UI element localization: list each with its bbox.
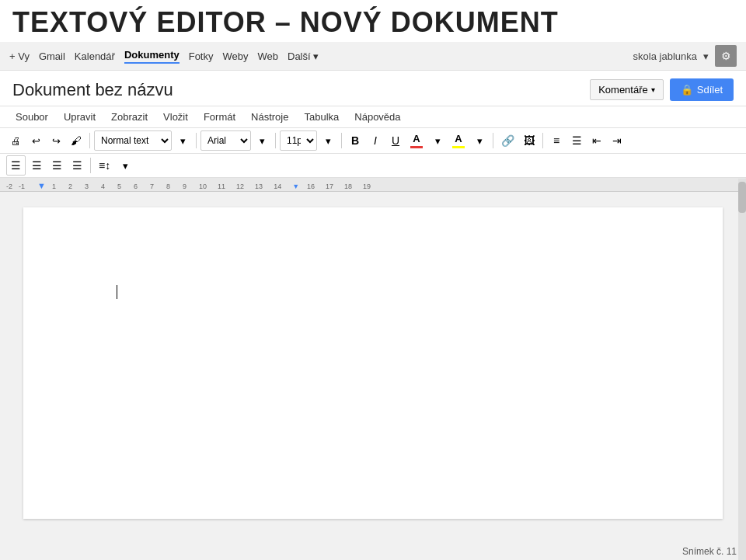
- bottom-bar: Snímek č. 11: [673, 543, 746, 560]
- lock-icon: 🔒: [681, 84, 693, 96]
- editor-area: [0, 192, 746, 534]
- line-spacing-button[interactable]: ≡↕: [95, 155, 114, 176]
- numbered-list-button[interactable]: ≡: [547, 130, 566, 151]
- decrease-indent-button[interactable]: ⇤: [587, 130, 606, 151]
- document-page[interactable]: [23, 207, 723, 519]
- menu-bar: Soubor Upravit Zobrazit Vložit Formát Ná…: [0, 106, 746, 128]
- toolbar-separator-1: [89, 133, 90, 148]
- font-dropdown-icon[interactable]: ▾: [253, 130, 271, 151]
- underline-button[interactable]: U: [386, 130, 405, 151]
- undo-button[interactable]: ↩: [26, 130, 45, 151]
- nav-fotky[interactable]: Fotky: [189, 50, 214, 62]
- ruler: -2 -1 ▼ 1 2 3 4 5 6 7 8 9 10 11 12 13 14…: [0, 178, 746, 192]
- toolbar-separator-5: [493, 133, 493, 148]
- scrollbar[interactable]: [738, 179, 746, 560]
- text-cursor: [117, 285, 117, 299]
- toolbar2-separator-1: [90, 158, 91, 173]
- align-justify-button[interactable]: ☰: [68, 155, 86, 176]
- google-nav-account: skola jablunka ▾ ⚙: [633, 45, 737, 67]
- highlight-color-dropdown[interactable]: ▾: [470, 130, 489, 151]
- align-right-button[interactable]: ☰: [47, 155, 66, 176]
- menu-format[interactable]: Formát: [197, 108, 242, 126]
- italic-button[interactable]: I: [366, 130, 385, 151]
- nav-calendar[interactable]: Kalendář: [75, 50, 115, 62]
- ruler-marker: ▼: [37, 181, 46, 190]
- highlight-color-indicator: [452, 146, 465, 148]
- style-dropdown-icon[interactable]: ▾: [173, 130, 192, 151]
- highlight-color-button[interactable]: A: [448, 130, 469, 151]
- line-spacing-dropdown[interactable]: ▾: [116, 155, 134, 176]
- menu-tabulka[interactable]: Tabulka: [298, 108, 345, 126]
- nav-dokumenty[interactable]: Dokumenty: [124, 49, 180, 64]
- scrollbar-thumb[interactable]: [738, 182, 746, 213]
- bullet-list-button[interactable]: ☰: [567, 130, 586, 151]
- text-color-button[interactable]: A: [406, 130, 427, 151]
- paint-format-button[interactable]: 🖌: [67, 130, 85, 151]
- ruler-marker-right: ▼: [292, 183, 299, 190]
- account-name[interactable]: skola jablunka: [633, 50, 697, 62]
- menu-vlozit[interactable]: Vložit: [157, 108, 194, 126]
- bold-button[interactable]: B: [346, 130, 364, 151]
- font-select[interactable]: Arial: [200, 130, 251, 151]
- nav-gmail[interactable]: Gmail: [39, 50, 65, 62]
- align-left-button[interactable]: ☰: [6, 155, 26, 176]
- presentation-title: TEXTOVÝ EDITOR – NOVÝ DOKUMENT: [0, 0, 746, 42]
- account-dropdown-icon[interactable]: ▾: [703, 50, 709, 62]
- menu-soubor[interactable]: Soubor: [9, 108, 54, 126]
- text-style-select[interactable]: Normal text: [94, 130, 172, 151]
- text-color-dropdown[interactable]: ▾: [428, 130, 447, 151]
- comments-button[interactable]: Komentáře ▾: [590, 79, 664, 100]
- nav-weby[interactable]: Weby: [223, 50, 249, 62]
- nav-ivy[interactable]: + Vy: [9, 50, 30, 62]
- share-button[interactable]: 🔒 Sdílet: [670, 78, 734, 101]
- text-color-indicator: [410, 146, 423, 148]
- doc-header-actions: Komentáře ▾ 🔒 Sdílet: [590, 78, 734, 101]
- font-size-select[interactable]: 11pt: [280, 130, 317, 151]
- menu-napoveda[interactable]: Nápověda: [348, 108, 406, 126]
- ruler-content: -2 -1 ▼ 1 2 3 4 5 6 7 8 9 10 11 12 13 14…: [0, 181, 746, 190]
- comments-chevron-icon: ▾: [651, 85, 655, 94]
- menu-nastroje[interactable]: Nástroje: [245, 108, 295, 126]
- toolbar-separator-2: [196, 133, 197, 148]
- toolbar-row2: ☰ ☰ ☰ ☰ ≡↕ ▾: [0, 154, 746, 178]
- document-header: Dokument bez názvu Komentáře ▾ 🔒 Sdílet: [0, 71, 746, 106]
- increase-indent-button[interactable]: ⇥: [608, 130, 626, 151]
- menu-upravit[interactable]: Upravit: [58, 108, 102, 126]
- nav-dalsi[interactable]: Další ▾: [288, 50, 319, 62]
- redo-button[interactable]: ↪: [47, 130, 65, 151]
- slide-number-label: Snímek č. 11: [682, 546, 737, 557]
- insert-image-button[interactable]: 🖼: [520, 130, 539, 151]
- settings-gear-icon[interactable]: ⚙: [715, 45, 737, 67]
- insert-link-button[interactable]: 🔗: [497, 130, 518, 151]
- toolbar-separator-3: [275, 133, 276, 148]
- nav-web[interactable]: Web: [258, 50, 279, 62]
- google-nav-links: + Vy Gmail Kalendář Dokumenty Fotky Weby…: [9, 49, 319, 64]
- toolbar-separator-6: [542, 133, 543, 148]
- align-center-button[interactable]: ☰: [27, 155, 46, 176]
- print-button[interactable]: 🖨: [6, 130, 25, 151]
- google-navbar: + Vy Gmail Kalendář Dokumenty Fotky Weby…: [0, 42, 746, 71]
- toolbar-separator-4: [341, 133, 342, 148]
- document-title[interactable]: Dokument bez názvu: [12, 80, 173, 100]
- menu-zobrazit[interactable]: Zobrazit: [105, 108, 154, 126]
- toolbar-row1: 🖨 ↩ ↪ 🖌 Normal text ▾ Arial ▾ 11pt ▾ B I…: [0, 128, 746, 154]
- size-dropdown-icon[interactable]: ▾: [319, 130, 337, 151]
